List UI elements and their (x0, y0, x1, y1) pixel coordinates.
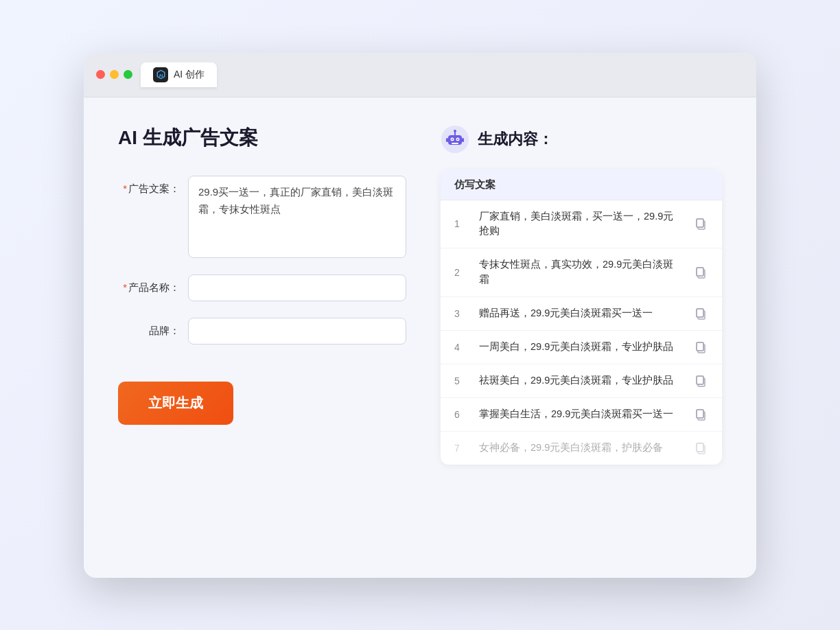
svg-rect-14 (697, 219, 703, 227)
traffic-lights (96, 70, 132, 79)
browser-content: AI 生成广告文案 *广告文案： 29.9买一送一，真正的厂家直销，美白淡斑霜，… (84, 97, 756, 578)
browser-tab[interactable]: AI AI 创作 (141, 62, 217, 87)
svg-rect-11 (446, 138, 448, 142)
svg-rect-17 (697, 268, 703, 276)
brand-input[interactable]: 好白 (188, 318, 406, 345)
close-button[interactable] (96, 70, 105, 79)
right-panel: 生成内容： 仿写文案 1厂家直销，美白淡斑霜，买一送一，29.9元抢购2专抹女性… (441, 125, 722, 550)
copy-button[interactable] (693, 407, 708, 422)
table-row: 7女神必备，29.9元美白淡斑霜，护肤必备 (441, 432, 722, 465)
result-number: 4 (454, 342, 469, 353)
product-name-row: *产品名称： 美白淡斑霜 (118, 275, 406, 301)
browser-window: AI AI 创作 AI 生成广告文案 *广告文案： 29.9买一送一，真正的厂家… (84, 53, 756, 578)
tab-label: AI 创作 (174, 69, 205, 81)
table-row: 4一周美白，29.9元美白淡斑霜，专业护肤品 (441, 331, 722, 364)
copy-button[interactable] (693, 441, 708, 456)
result-table-header: 仿写文案 (441, 170, 722, 200)
result-text: 专抹女性斑点，真实功效，29.9元美白淡斑霜 (479, 257, 684, 288)
result-text: 女神必备，29.9元美白淡斑霜，护肤必备 (479, 441, 684, 456)
result-text: 一周美白，29.9元美白淡斑霜，专业护肤品 (479, 340, 684, 355)
result-number: 6 (454, 409, 469, 420)
svg-point-10 (454, 130, 456, 132)
result-number: 3 (454, 308, 469, 319)
svg-rect-29 (697, 410, 703, 418)
maximize-button[interactable] (124, 70, 132, 79)
result-number: 1 (454, 218, 469, 229)
svg-text:AI: AI (159, 73, 163, 78)
svg-rect-20 (697, 309, 703, 317)
brand-label: 品牌： (118, 318, 180, 338)
generate-button[interactable]: 立即生成 (118, 382, 233, 425)
copy-button[interactable] (693, 265, 708, 280)
required-star-2: * (123, 281, 127, 293)
result-table: 仿写文案 1厂家直销，美白淡斑霜，买一送一，29.9元抢购2专抹女性斑点，真实功… (441, 170, 722, 465)
required-star-1: * (123, 183, 127, 194)
svg-point-7 (457, 139, 458, 140)
table-row: 5祛斑美白，29.9元美白淡斑霜，专业护肤品 (441, 364, 722, 398)
product-name-input[interactable]: 美白淡斑霜 (188, 275, 406, 301)
result-number: 2 (454, 267, 469, 278)
result-title: 生成内容： (478, 129, 553, 150)
left-panel: AI 生成广告文案 *广告文案： 29.9买一送一，真正的厂家直销，美白淡斑霜，… (118, 125, 406, 550)
svg-point-6 (452, 139, 453, 140)
copy-button[interactable] (693, 306, 708, 321)
copy-button[interactable] (693, 216, 708, 231)
table-row: 2专抹女性斑点，真实功效，29.9元美白淡斑霜 (441, 248, 722, 297)
product-name-label: *产品名称： (118, 275, 180, 294)
svg-rect-26 (697, 376, 703, 384)
titlebar: AI AI 创作 (84, 53, 756, 97)
ad-copy-row: *广告文案： 29.9买一送一，真正的厂家直销，美白淡斑霜，专抹女性斑点 (118, 176, 406, 258)
result-text: 厂家直销，美白淡斑霜，买一送一，29.9元抢购 (479, 209, 684, 240)
copy-button[interactable] (693, 340, 708, 355)
result-text: 赠品再送，29.9元美白淡斑霜买一送一 (479, 306, 684, 321)
ad-copy-textarea[interactable]: 29.9买一送一，真正的厂家直销，美白淡斑霜，专抹女性斑点 (188, 176, 406, 258)
table-row: 1厂家直销，美白淡斑霜，买一送一，29.9元抢购 (441, 200, 722, 249)
copy-button[interactable] (693, 373, 708, 388)
ad-copy-label: *广告文案： (118, 176, 180, 196)
svg-rect-23 (697, 342, 703, 351)
page-title: AI 生成广告文案 (118, 125, 406, 151)
brand-row: 品牌： 好白 (118, 318, 406, 345)
ai-tab-icon: AI (153, 67, 168, 82)
table-row: 3赠品再送，29.9元美白淡斑霜买一送一 (441, 297, 722, 331)
robot-icon (441, 125, 469, 154)
result-text: 掌握美白生活，29.9元美白淡斑霜买一送一 (479, 407, 684, 422)
result-text: 祛斑美白，29.9元美白淡斑霜，专业护肤品 (479, 373, 684, 388)
table-row: 6掌握美白生活，29.9元美白淡斑霜买一送一 (441, 398, 722, 432)
minimize-button[interactable] (110, 70, 119, 79)
svg-rect-32 (697, 443, 703, 452)
result-number: 5 (454, 375, 469, 386)
svg-rect-12 (462, 138, 464, 142)
result-header: 生成内容： (441, 125, 722, 154)
result-number: 7 (454, 443, 469, 454)
svg-rect-8 (452, 143, 458, 144)
